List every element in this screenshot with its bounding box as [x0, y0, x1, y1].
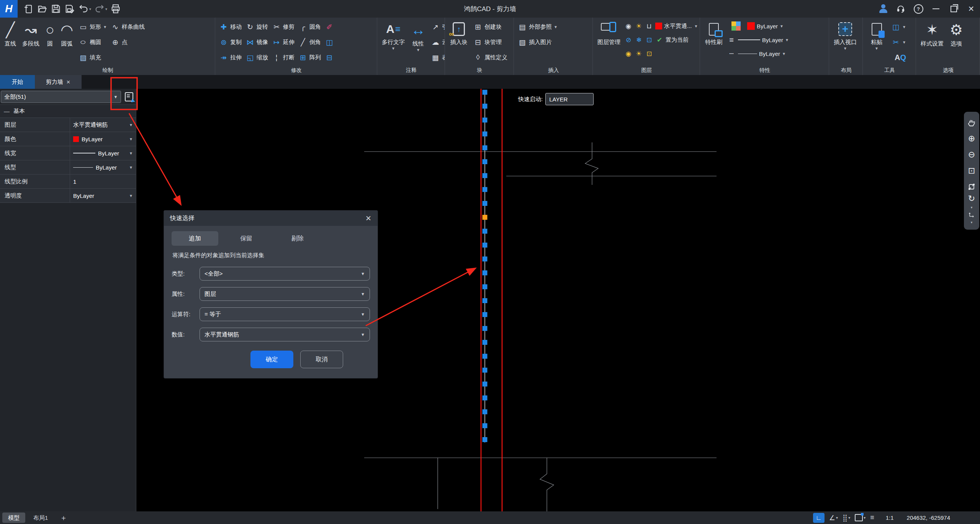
ribbon-button-旋转[interactable]: ↻旋转	[244, 19, 270, 34]
new-file-button[interactable]	[22, 3, 34, 15]
model-space-tab[interactable]: 模型	[2, 513, 25, 523]
ribbon-button-复制[interactable]: ⊚复制	[218, 34, 243, 50]
ribbon-button-选项[interactable]: ⚙选项	[947, 19, 965, 66]
section-header-basic[interactable]: — 基本	[0, 104, 136, 118]
ribbon-button-表格[interactable]: ▦表格	[429, 50, 445, 65]
operator-dropdown[interactable]: = 等于▼	[200, 307, 370, 321]
ribbon-button-圆角[interactable]: ╭圆角	[297, 19, 322, 34]
ribbon-button-引线[interactable]: ↗引线	[429, 19, 445, 34]
ribbon-button-拉伸[interactable]: ↠拉伸	[218, 50, 243, 65]
ribbon-button-cut-icon[interactable]: ✂▼	[890, 34, 911, 50]
ribbon-button-椭圆[interactable]: ○椭圆	[77, 34, 108, 50]
ribbon-button-offset-icon[interactable]: ◫	[323, 34, 335, 50]
zoom-out-button[interactable]: ⊖	[965, 147, 978, 162]
property-value-dropdown[interactable]: ByLayer▼	[70, 189, 136, 202]
redo-button[interactable]: ▾	[93, 3, 108, 15]
tab-append[interactable]: 追加	[172, 231, 218, 246]
ribbon-button-eraser-icon[interactable]: ✐	[323, 19, 335, 34]
save-as-button[interactable]	[64, 3, 76, 15]
property-value-dropdown[interactable]: 水平贯通钢筋▼	[70, 118, 136, 132]
ribbon-button-特性刷[interactable]: 特性刷	[702, 19, 725, 66]
linetype-dropdown[interactable]: ┄ByLayer▼	[727, 47, 789, 60]
ribbon-button-缩放[interactable]: ◱缩放	[244, 50, 270, 65]
ribbon-button-打断[interactable]: ¦打断	[270, 50, 296, 65]
selection-filter-dropdown[interactable]: 全部(51) ▼	[1, 91, 121, 103]
zoom-in-button[interactable]: ⊕	[965, 131, 978, 146]
status-menu-button[interactable]: ≡	[870, 514, 874, 522]
account-button[interactable]	[874, 0, 892, 18]
pan-button[interactable]	[965, 115, 978, 130]
object-color-dropdown[interactable]: ByLayer▼	[727, 19, 789, 33]
zoom-window-button[interactable]: ⊡	[965, 163, 978, 178]
ribbon-button-多行文字[interactable]: A≡多行文字▼	[380, 19, 407, 66]
open-file-button[interactable]	[36, 3, 48, 15]
ribbon-button-填充[interactable]: ▨填充	[77, 50, 108, 65]
ribbon-button-图层管理[interactable]: 图层管理	[595, 19, 623, 66]
dynamic-ucs-button[interactable]: ▾	[855, 514, 865, 521]
ribbon-button-倒角[interactable]: ╱倒角	[297, 34, 322, 50]
ribbon-button-修剪[interactable]: ✂修剪	[270, 19, 296, 34]
dialog-title-bar[interactable]: 快速选择 ✕	[164, 211, 378, 226]
support-button[interactable]	[892, 0, 910, 18]
add-layout-button[interactable]: ＋	[60, 513, 67, 523]
app-logo[interactable]: H	[0, 0, 18, 18]
restore-button[interactable]	[945, 0, 962, 18]
ribbon-button-外部参照[interactable]: ▤外部参照▼	[516, 19, 559, 34]
close-tab-icon[interactable]: ✕	[66, 79, 70, 85]
polar-tracking-button[interactable]: ∠▾	[829, 514, 838, 522]
dialog-close-icon[interactable]: ✕	[365, 214, 371, 223]
ribbon-button-块管理[interactable]: ⊟块管理	[472, 34, 509, 50]
ribbon-button-圆弧[interactable]: ◠圆弧	[58, 19, 75, 66]
save-button[interactable]	[50, 3, 62, 15]
tab-drawing[interactable]: 剪力墙✕	[35, 75, 82, 89]
ribbon-button-插入块[interactable]: ↑∞插入块	[447, 19, 470, 66]
tab-start[interactable]: 开始	[0, 75, 35, 89]
cancel-button[interactable]: 取消	[300, 351, 343, 368]
quick-launch-input[interactable]: LAYER	[545, 93, 594, 105]
tab-remove[interactable]: 剔除	[274, 231, 321, 246]
ucs-button[interactable]: ▾	[965, 211, 978, 227]
grid-snap-button[interactable]: ⣿▾	[843, 514, 850, 522]
ribbon-button-样式设置[interactable]: ✶样式设置	[918, 19, 946, 66]
ribbon-button-直线[interactable]: ╱直线	[2, 19, 18, 66]
zoom-extents-button[interactable]	[965, 179, 978, 194]
ribbon-button-属性定义[interactable]: ◊属性定义	[472, 50, 509, 65]
orbit-button[interactable]: ↻▾	[965, 195, 978, 211]
ribbon-button-插入图片[interactable]: ▧插入图片	[516, 34, 559, 50]
help-button[interactable]: ?	[910, 0, 927, 18]
quick-select-button[interactable]: ▶	[123, 91, 135, 103]
ribbon-button-创建块[interactable]: ⊞创建块	[472, 19, 509, 34]
scale-indicator[interactable]: 1:1	[886, 514, 894, 521]
ok-button[interactable]: 确定	[250, 351, 293, 368]
ribbon-button-粘贴[interactable]: 粘贴▼	[865, 19, 888, 66]
ribbon-button-阵列[interactable]: ⊞阵列	[297, 50, 322, 65]
chevron-down-icon[interactable]: ▼	[110, 91, 121, 103]
ribbon-button-find-icon[interactable]: AQ	[890, 50, 911, 65]
minimize-button[interactable]	[927, 0, 945, 18]
ribbon-button-样条曲线[interactable]: ∿样条曲线	[109, 19, 146, 34]
ribbon-button-云线[interactable]: ☁云线	[429, 34, 445, 50]
layout1-tab[interactable]: 布局1	[28, 513, 54, 523]
ribbon-button-多段线[interactable]: ↝多段线	[20, 19, 42, 66]
ribbon-button-copy-tool-icon[interactable]: ◫▼	[890, 19, 911, 34]
value-dropdown[interactable]: 水平贯通钢筋▼	[200, 328, 370, 341]
ribbon-button-移动[interactable]: ✚移动	[218, 19, 243, 34]
close-button[interactable]: ✕	[962, 0, 980, 18]
ribbon-button-线性[interactable]: ↔线性▼	[409, 19, 428, 66]
ortho-mode-button[interactable]: ∟	[813, 513, 825, 523]
ribbon-button-延伸[interactable]: ↦延伸	[270, 34, 296, 50]
tab-keep[interactable]: 保留	[223, 231, 270, 246]
undo-button[interactable]: ▾	[77, 3, 92, 15]
ribbon-button-矩形[interactable]: ▭矩形▼	[77, 19, 108, 34]
ribbon-button-圆[interactable]: ○圆	[43, 19, 57, 66]
ribbon-button-点[interactable]: ⊕点	[109, 34, 146, 50]
type-dropdown[interactable]: <全部>▼	[200, 267, 370, 281]
ribbon-button-explode-icon[interactable]: ⊟	[323, 50, 335, 65]
current-layer-dropdown[interactable]: 水平贯通...▼	[664, 23, 698, 30]
set-current-button[interactable]: 置为当前	[666, 36, 689, 44]
ribbon-button-镜像[interactable]: ⋈镜像	[244, 34, 270, 50]
print-button[interactable]	[110, 3, 122, 15]
property-value-dropdown[interactable]: ByLayer▼	[70, 160, 136, 174]
property-value-dropdown[interactable]: ByLayer▼	[70, 146, 136, 160]
ribbon-button-插入视口[interactable]: +插入视口▼	[831, 19, 859, 66]
